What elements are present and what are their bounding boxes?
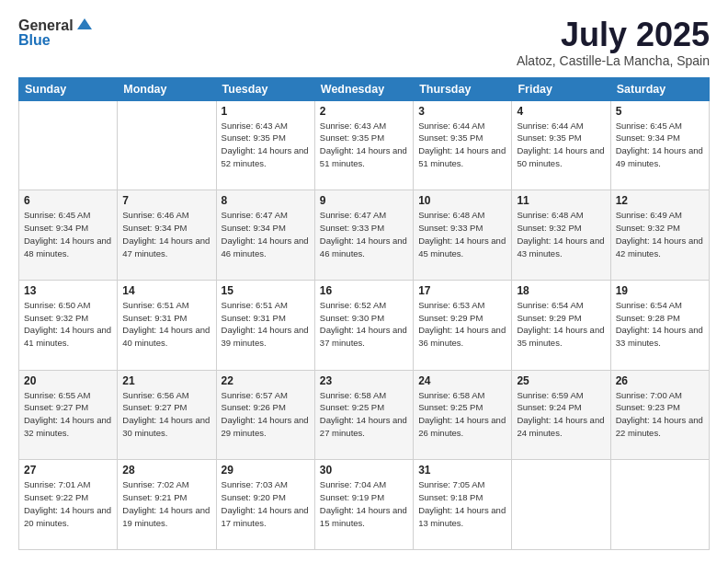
cell-daylight: Daylight: 14 hours and 20 minutes.: [24, 504, 112, 530]
cell-sunrise: Sunrise: 7:04 AM: [320, 478, 408, 491]
table-row: [512, 460, 610, 550]
cell-info: Sunrise: 6:56 AMSunset: 9:27 PMDaylight:…: [122, 389, 210, 440]
cell-day-number: 16: [320, 284, 408, 297]
cell-day-number: 30: [320, 464, 408, 477]
cell-sunrise: Sunrise: 7:02 AM: [122, 478, 210, 491]
cell-daylight: Daylight: 14 hours and 47 minutes.: [122, 235, 210, 260]
cell-info: Sunrise: 6:54 AMSunset: 9:28 PMDaylight:…: [616, 299, 704, 350]
cell-daylight: Daylight: 14 hours and 43 minutes.: [517, 235, 605, 260]
calendar-week-3: 20Sunrise: 6:55 AMSunset: 9:27 PMDayligh…: [19, 370, 710, 460]
col-wednesday: Wednesday: [314, 77, 413, 100]
col-friday: Friday: [512, 77, 610, 100]
table-row: 7Sunrise: 6:46 AMSunset: 9:34 PMDaylight…: [118, 190, 216, 281]
col-thursday: Thursday: [414, 77, 512, 100]
cell-sunset: Sunset: 9:33 PM: [418, 222, 506, 235]
table-row: 11Sunrise: 6:48 AMSunset: 9:32 PMDayligh…: [512, 190, 610, 281]
cell-sunrise: Sunrise: 6:54 AM: [517, 299, 605, 312]
cell-info: Sunrise: 7:00 AMSunset: 9:23 PMDaylight:…: [616, 389, 704, 440]
header: General Blue July 2025 Alatoz, Castille-…: [18, 17, 710, 68]
page: General Blue July 2025 Alatoz, Castille-…: [0, 0, 728, 563]
table-row: 23Sunrise: 6:58 AMSunset: 9:25 PMDayligh…: [314, 370, 413, 460]
cell-sunset: Sunset: 9:22 PM: [24, 491, 112, 504]
cell-sunrise: Sunrise: 6:46 AM: [122, 209, 210, 222]
cell-sunset: Sunset: 9:32 PM: [616, 222, 704, 235]
cell-sunset: Sunset: 9:18 PM: [418, 491, 506, 504]
cell-sunrise: Sunrise: 6:47 AM: [222, 209, 310, 222]
cell-daylight: Daylight: 14 hours and 32 minutes.: [24, 414, 112, 440]
cell-info: Sunrise: 6:47 AMSunset: 9:33 PMDaylight:…: [320, 209, 408, 259]
cell-day-number: 18: [517, 284, 605, 297]
cell-daylight: Daylight: 14 hours and 49 minutes.: [616, 144, 704, 170]
cell-info: Sunrise: 6:51 AMSunset: 9:31 PMDaylight:…: [122, 299, 210, 350]
table-row: 16Sunrise: 6:52 AMSunset: 9:30 PMDayligh…: [314, 280, 413, 370]
cell-sunrise: Sunrise: 6:52 AM: [320, 299, 408, 312]
cell-day-number: 21: [122, 374, 210, 387]
cell-info: Sunrise: 7:05 AMSunset: 9:18 PMDaylight:…: [418, 478, 506, 529]
cell-day-number: 20: [24, 374, 112, 387]
col-sunday: Sunday: [19, 77, 118, 100]
cell-sunset: Sunset: 9:27 PM: [24, 401, 112, 414]
table-row: 9Sunrise: 6:47 AMSunset: 9:33 PMDaylight…: [314, 190, 413, 281]
cell-info: Sunrise: 6:43 AMSunset: 9:35 PMDaylight:…: [222, 120, 310, 170]
cell-sunset: Sunset: 9:31 PM: [222, 312, 310, 325]
cell-info: Sunrise: 6:54 AMSunset: 9:29 PMDaylight:…: [517, 299, 605, 350]
cell-sunset: Sunset: 9:33 PM: [320, 222, 408, 235]
cell-info: Sunrise: 6:55 AMSunset: 9:27 PMDaylight:…: [24, 389, 112, 440]
cell-day-number: 2: [320, 105, 408, 118]
cell-day-number: 26: [616, 374, 704, 387]
cell-sunset: Sunset: 9:34 PM: [24, 222, 112, 235]
cell-sunset: Sunset: 9:29 PM: [517, 312, 605, 325]
table-row: 12Sunrise: 6:49 AMSunset: 9:32 PMDayligh…: [610, 190, 709, 281]
cell-sunset: Sunset: 9:19 PM: [320, 491, 408, 504]
cell-daylight: Daylight: 14 hours and 50 minutes.: [517, 144, 605, 170]
cell-sunrise: Sunrise: 6:49 AM: [616, 209, 704, 222]
cell-info: Sunrise: 7:01 AMSunset: 9:22 PMDaylight:…: [24, 478, 112, 529]
cell-day-number: 31: [418, 464, 506, 477]
cell-day-number: 29: [222, 464, 310, 477]
cell-sunrise: Sunrise: 6:48 AM: [517, 209, 605, 222]
cell-sunrise: Sunrise: 6:51 AM: [222, 299, 310, 312]
cell-sunrise: Sunrise: 6:51 AM: [122, 299, 210, 312]
table-row: 3Sunrise: 6:44 AMSunset: 9:35 PMDaylight…: [414, 100, 512, 190]
cell-sunrise: Sunrise: 6:56 AM: [122, 389, 210, 402]
cell-daylight: Daylight: 14 hours and 39 minutes.: [222, 324, 310, 350]
cell-sunrise: Sunrise: 6:45 AM: [24, 209, 112, 222]
cell-sunset: Sunset: 9:35 PM: [418, 132, 506, 144]
cell-sunrise: Sunrise: 6:44 AM: [517, 120, 605, 132]
cell-day-number: 1: [222, 105, 310, 118]
cell-day-number: 9: [320, 194, 408, 207]
cell-daylight: Daylight: 14 hours and 13 minutes.: [418, 504, 506, 530]
table-row: 1Sunrise: 6:43 AMSunset: 9:35 PMDaylight…: [216, 100, 314, 190]
cell-sunrise: Sunrise: 6:43 AM: [222, 120, 310, 132]
table-row: 8Sunrise: 6:47 AMSunset: 9:34 PMDaylight…: [216, 190, 314, 281]
calendar-week-4: 27Sunrise: 7:01 AMSunset: 9:22 PMDayligh…: [19, 460, 710, 550]
table-row: 18Sunrise: 6:54 AMSunset: 9:29 PMDayligh…: [512, 280, 610, 370]
cell-daylight: Daylight: 14 hours and 42 minutes.: [616, 235, 704, 260]
cell-sunrise: Sunrise: 6:58 AM: [418, 389, 506, 402]
cell-sunrise: Sunrise: 6:44 AM: [418, 120, 506, 132]
calendar-week-0: 1Sunrise: 6:43 AMSunset: 9:35 PMDaylight…: [19, 100, 710, 190]
table-row: [610, 460, 709, 550]
cell-info: Sunrise: 7:02 AMSunset: 9:21 PMDaylight:…: [122, 478, 210, 529]
cell-daylight: Daylight: 14 hours and 51 minutes.: [320, 144, 408, 170]
cell-sunset: Sunset: 9:32 PM: [24, 312, 112, 325]
table-row: 2Sunrise: 6:43 AMSunset: 9:35 PMDaylight…: [314, 100, 413, 190]
cell-sunset: Sunset: 9:34 PM: [122, 222, 210, 235]
cell-daylight: Daylight: 14 hours and 41 minutes.: [24, 324, 112, 350]
cell-sunset: Sunset: 9:25 PM: [418, 401, 506, 414]
cell-info: Sunrise: 6:44 AMSunset: 9:35 PMDaylight:…: [418, 120, 506, 170]
cell-day-number: 8: [222, 194, 310, 207]
cell-info: Sunrise: 6:58 AMSunset: 9:25 PMDaylight:…: [320, 389, 408, 440]
cell-info: Sunrise: 6:49 AMSunset: 9:32 PMDaylight:…: [616, 209, 704, 259]
cell-day-number: 25: [517, 374, 605, 387]
cell-day-number: 13: [24, 284, 112, 297]
table-row: 29Sunrise: 7:03 AMSunset: 9:20 PMDayligh…: [216, 460, 314, 550]
cell-sunset: Sunset: 9:23 PM: [616, 401, 704, 414]
cell-daylight: Daylight: 14 hours and 36 minutes.: [418, 324, 506, 350]
table-row: 30Sunrise: 7:04 AMSunset: 9:19 PMDayligh…: [314, 460, 413, 550]
cell-daylight: Daylight: 14 hours and 27 minutes.: [320, 414, 408, 440]
cell-info: Sunrise: 6:44 AMSunset: 9:35 PMDaylight:…: [517, 120, 605, 170]
cell-day-number: 24: [418, 374, 506, 387]
table-row: 27Sunrise: 7:01 AMSunset: 9:22 PMDayligh…: [19, 460, 118, 550]
table-row: 21Sunrise: 6:56 AMSunset: 9:27 PMDayligh…: [118, 370, 216, 460]
